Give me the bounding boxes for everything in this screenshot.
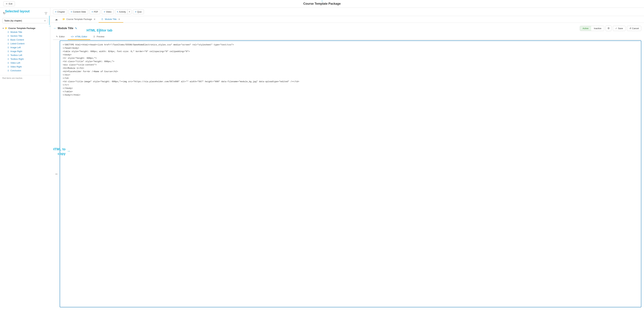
tab-course-template-package-label: Course Template Package (66, 18, 92, 20)
tab-course-template-package[interactable]: 📁 Course Template Package ✕ (60, 16, 98, 23)
sidebar-tree: ▾ 📁 Course Template Package 🗋 Module Tit… (0, 24, 50, 74)
main-layout: Selected layout → ↻ ▽ Tasks (by chapter) (0, 8, 644, 310)
sidebar-wrapper: Selected layout → ↻ ▽ Tasks (by chapter) (0, 8, 50, 310)
editor-tab-editor[interactable]: ✎ Editor (53, 34, 68, 40)
gear-icon: ⚙ (608, 27, 610, 30)
editor-tab-code-icon: </> (71, 35, 74, 38)
status-active-button[interactable]: Active (580, 26, 591, 31)
top-header: ⇐ Exit Course template package ↓ Course … (0, 0, 644, 8)
add-chapter-label: Chapter (57, 10, 65, 13)
item-doc-icon: 🗋 (8, 66, 10, 68)
sidebar-item-listed-content[interactable]: 🗋 Listed Content (6, 42, 48, 45)
editor-header: → Module Title ✎ Active Inactive (53, 25, 641, 31)
editor-tabs: ✎ Editor </> HTML Editor 🗋 Preview (53, 34, 641, 40)
add-video-button[interactable]: + Video (102, 9, 114, 14)
add-quiz-label: Quiz (137, 10, 142, 13)
exit-label: Exit (9, 2, 12, 5)
app-container: ⇐ Exit Course template package ↓ Course … (0, 0, 644, 310)
content-toolbar: + Chapter + Content Slide + PDF + Video (50, 8, 644, 16)
sidebar-footer-note: Red items are inactive. (2, 77, 23, 79)
add-activity-main[interactable]: + Activity (115, 9, 128, 14)
sidebar-item-video-right[interactable]: 🗋 Video Right (6, 65, 48, 69)
editor-tab-preview-icon: 🗋 (93, 35, 96, 38)
sidebar-item-conclusion[interactable]: 🗋 Conclusion (6, 69, 48, 72)
tab-doc-icon: 🗋 (101, 18, 104, 20)
tree-root-item[interactable]: ▾ 📁 Course Template Package (2, 26, 48, 30)
cancel-label: Cancel (632, 27, 639, 30)
sidebar-item-label: Image Left (10, 46, 21, 49)
add-activity-dropdown[interactable]: + Activity ▾ (115, 9, 132, 14)
sidebar-item-basic-content[interactable]: 🗋 Basic Content (6, 38, 48, 42)
settings-button[interactable]: ⚙ (606, 25, 612, 31)
sidebar-toolbar: ↻ ▽ (0, 9, 50, 17)
sidebar-item-label: Listed Content (10, 42, 24, 45)
page-title: Course Template Package (304, 2, 341, 5)
editor-tab-editor-label: Editor (59, 35, 65, 38)
code-container[interactable]: <!DOCTYPE html><html><head><link href="/… (60, 40, 641, 307)
sidebar-item-label: Video Right (10, 65, 22, 68)
sidebar-item-section-title[interactable]: 🗋 Section Title (6, 34, 48, 38)
tab-module-title-close[interactable]: ✕ (118, 18, 120, 20)
copy-html-button[interactable]: ⇦ (55, 172, 58, 176)
add-quiz-button[interactable]: + Quiz (133, 9, 144, 14)
sidebar-item-label: Conclusion (10, 69, 21, 72)
status-inactive-button[interactable]: Inactive (591, 26, 604, 31)
save-button[interactable]: ✓ Save (613, 26, 626, 31)
sidebar-item-label: Section Title (10, 35, 22, 37)
add-content-slide-button[interactable]: + Content Slide (68, 9, 88, 14)
sidebar-item-textbox-left[interactable]: 🗋 Textbox Left (6, 53, 48, 57)
sidebar-item-module-title[interactable]: 🗋 Module Title (6, 30, 48, 34)
item-doc-icon: 🗋 (8, 62, 10, 64)
sidebar-refresh-button[interactable]: ↻ (2, 11, 6, 16)
add-content-slide-label: Content Slide (73, 10, 86, 13)
editor-tab-preview[interactable]: 🗋 Preview (90, 34, 107, 40)
tab-home-button[interactable]: ☁ (53, 16, 60, 23)
sidebar-filter-button[interactable]: ▽ (44, 11, 48, 16)
plus-icon: + (71, 10, 72, 13)
plus-icon: + (117, 10, 118, 13)
tab-module-title[interactable]: 🗋 Module Title ✕ (98, 16, 123, 23)
undo-icon: ↺ (630, 27, 631, 30)
tree-root-label: Course Template Package (8, 27, 36, 29)
sidebar-item-textbox-right[interactable]: 🗋 Textbox Right (6, 57, 48, 61)
editor-tab-html[interactable]: </> HTML Editor (68, 34, 90, 40)
editor-area: → Module Title ✎ Active Inactive (50, 23, 644, 310)
sidebar-item-image-left[interactable]: 🗋 Image Left (6, 45, 48, 49)
status-button-group: Active Inactive (580, 26, 604, 31)
cancel-button[interactable]: ↺ Cancel (627, 26, 641, 31)
code-content[interactable]: <!DOCTYPE html><html><head><link href="/… (60, 41, 641, 99)
sidebar-item-label: Image Right (10, 50, 22, 53)
tab-course-template-close[interactable]: ✕ (93, 18, 96, 20)
tree-expand-icon: ▾ (3, 27, 4, 29)
tree-children: 🗋 Module Title 🗋 Section Title 🗋 Basic C… (2, 30, 48, 72)
sidebar-select[interactable]: Tasks (by chapter) (2, 18, 48, 23)
item-doc-icon: 🗋 (8, 42, 10, 45)
edit-title-button[interactable]: ✎ (75, 27, 77, 30)
copy-sidebar: ⇦ (53, 40, 60, 307)
editor-tabs-section: HTML Editor tab ✎ Editor </> HTML Editor… (53, 34, 641, 40)
sidebar-select-wrap: Tasks (by chapter) (0, 17, 50, 24)
plus-icon: + (135, 10, 136, 13)
tabs-bar: ☁ 📁 Course Template Package ✕ 🗋 Module T… (50, 16, 644, 23)
exit-button[interactable]: ⇐ Exit (3, 1, 15, 6)
content-area: + Chapter + Content Slide + PDF + Video (50, 8, 644, 310)
sidebar-item-label: Video Left (10, 62, 20, 64)
editor-tab-preview-label: Preview (96, 35, 104, 38)
sidebar-item-video-left[interactable]: 🗋 Video Left (6, 61, 48, 65)
home-cloud-icon: ☁ (55, 18, 58, 21)
checkmark-icon: ✓ (615, 27, 617, 30)
activity-dropdown-arrow[interactable]: ▾ (128, 10, 131, 14)
copy-left-arrow-icon: ⇦ (55, 172, 58, 175)
plus-icon: + (55, 10, 56, 13)
tab-module-title-label: Module Title (105, 18, 116, 20)
tree-folder-icon: 📁 (5, 27, 8, 29)
editor-title-section: → Module Title ✎ (53, 27, 77, 30)
item-doc-icon: 🗋 (8, 58, 10, 60)
editor-actions: Active Inactive ⚙ ✓ Save ↺ Cancel (580, 25, 641, 31)
sidebar-item-image-right[interactable]: 🗋 Image Right (6, 49, 48, 53)
add-pdf-button[interactable]: + PDF (90, 9, 100, 14)
tab-folder-icon: 📁 (62, 18, 65, 20)
editor-tab-html-label: HTML Editor (75, 35, 87, 38)
add-chapter-button[interactable]: + Chapter (53, 9, 67, 14)
chevron-down-icon: ▾ (129, 11, 130, 13)
